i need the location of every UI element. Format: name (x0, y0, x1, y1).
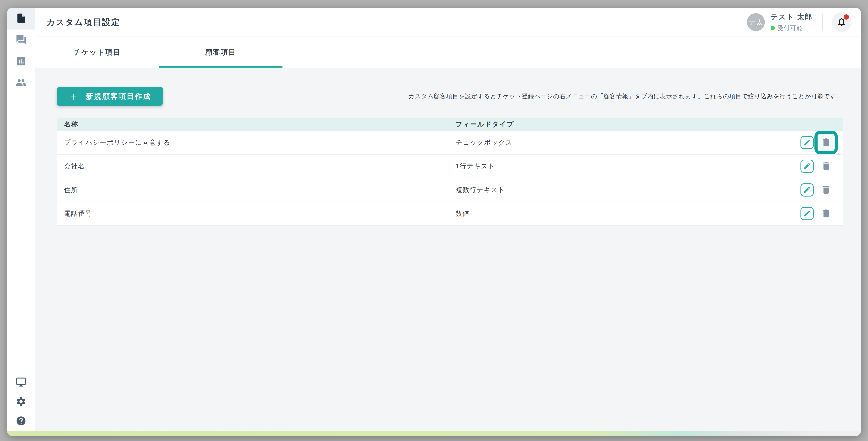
custom-fields-table: 名称 フィールドタイプ プライバシーポリシーに同意する チェックボックス (57, 118, 843, 226)
trash-icon (821, 161, 831, 172)
content-area: ＋ 新規顧客項目作成 カスタム顧客項目を設定するとチケット登録ページの右メニュー… (35, 67, 861, 431)
trash-icon (821, 184, 831, 196)
field-type: 数値 (456, 209, 801, 218)
sidebar-item-monitor[interactable] (7, 373, 35, 392)
field-type: 複数行テキスト (456, 185, 801, 195)
gear-icon (16, 396, 26, 408)
delete-button[interactable] (819, 159, 833, 173)
avatar[interactable]: テ太 (747, 13, 765, 31)
notification-badge (844, 14, 849, 20)
table-header: 名称 フィールドタイプ (57, 118, 843, 131)
page-title: カスタム項目設定 (46, 17, 120, 28)
app-window: カスタム項目設定 テ太 テスト 太郎 受付可能 (7, 8, 861, 436)
people-icon (16, 77, 27, 89)
plus-icon: ＋ (68, 91, 80, 101)
customer-fields-description: カスタム顧客項目を設定するとチケット登録ページの右メニューの「顧客情報」タブ内に… (408, 92, 842, 100)
help-icon (16, 416, 26, 427)
column-header-type: フィールドタイプ (456, 120, 843, 129)
sidebar (7, 8, 35, 431)
edit-button[interactable] (801, 183, 814, 197)
delete-button[interactable] (819, 207, 833, 220)
field-name: 住所 (57, 185, 456, 195)
header-divider (823, 14, 823, 30)
pencil-icon (803, 139, 811, 147)
sidebar-item-help[interactable] (7, 411, 35, 431)
field-type: 1行テキスト (456, 162, 801, 171)
edit-button[interactable] (801, 136, 814, 149)
pencil-icon (803, 186, 811, 194)
trash-icon (821, 208, 831, 219)
delete-button[interactable] (819, 183, 833, 197)
tab-customer-fields[interactable]: 顧客項目 (159, 37, 282, 67)
chat-icon (16, 34, 27, 46)
trash-icon (821, 137, 831, 148)
page-header: カスタム項目設定 テ太 テスト 太郎 受付可能 (35, 8, 861, 37)
edit-button[interactable] (801, 159, 814, 173)
status-label: 受付可能 (777, 24, 803, 32)
field-type: チェックボックス (456, 138, 801, 147)
delete-button[interactable] (819, 136, 833, 149)
user-name: テスト 太郎 (771, 12, 813, 22)
sidebar-item-settings[interactable] (7, 392, 35, 411)
tab-ticket-fields[interactable]: チケット項目 (35, 37, 159, 67)
table-row: 会社名 1行テキスト (57, 154, 843, 178)
sidebar-item-chat[interactable] (7, 30, 35, 51)
table-row: 電話番号 数値 (57, 202, 843, 226)
sidebar-item-customers[interactable] (7, 72, 35, 94)
sidebar-item-reports[interactable] (7, 51, 35, 72)
monitor-icon (16, 377, 26, 388)
table-row: プライバシーポリシーに同意する チェックボックス (57, 131, 843, 154)
pencil-icon (803, 209, 811, 218)
create-customer-field-button[interactable]: ＋ 新規顧客項目作成 (57, 87, 163, 106)
user-meta: テスト 太郎 受付可能 (771, 12, 813, 32)
column-header-name: 名称 (57, 120, 456, 129)
document-icon (16, 12, 27, 25)
status-dot (771, 26, 775, 30)
field-name: プライバシーポリシーに同意する (57, 138, 456, 147)
bottom-accent-strip (7, 431, 861, 436)
notifications-button[interactable] (832, 12, 851, 32)
sidebar-item-documents[interactable] (7, 8, 35, 30)
create-button-label: 新規顧客項目作成 (86, 91, 151, 101)
table-row: 住所 複数行テキスト (57, 178, 843, 202)
chart-icon (16, 56, 27, 67)
edit-button[interactable] (801, 207, 814, 220)
user-status: 受付可能 (771, 24, 813, 32)
field-name: 会社名 (57, 162, 456, 171)
sidebar-spacer (7, 94, 35, 373)
pencil-icon (803, 162, 811, 171)
tabbar: チケット項目 顧客項目 (35, 37, 861, 67)
field-name: 電話番号 (57, 209, 456, 218)
